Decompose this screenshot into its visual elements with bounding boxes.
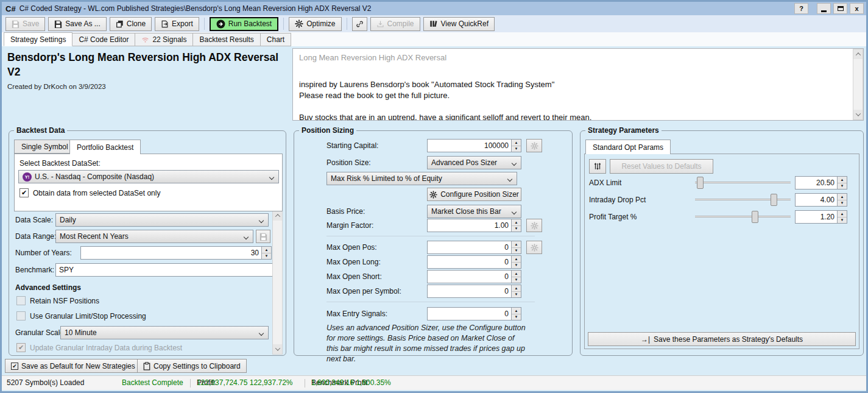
configure-position-sizer-button[interactable]: Configure Position Sizer: [427, 188, 521, 201]
link-button[interactable]: [352, 17, 367, 31]
margin-factor-options-button[interactable]: [526, 219, 542, 232]
scroll-up-icon[interactable]: [853, 49, 863, 59]
reset-values-button[interactable]: Reset Values to Defaults: [610, 159, 713, 174]
backtest-data-scrollbar[interactable]: [272, 210, 283, 355]
scroll-down-icon[interactable]: [273, 344, 282, 354]
slider-thumb[interactable]: [752, 211, 758, 223]
benchmark-input[interactable]: SPY: [55, 263, 273, 277]
tab-signals[interactable]: 22 Signals: [135, 33, 193, 46]
profit-target-slider[interactable]: [695, 211, 791, 223]
minimize-button[interactable]: [817, 3, 831, 14]
tab-code-editor[interactable]: C# Code Editor: [72, 33, 135, 46]
maximize-button[interactable]: [833, 3, 847, 14]
help-button[interactable]: ?: [794, 3, 808, 14]
intraday-drop-input[interactable]: 4.00: [795, 193, 847, 207]
checkbox-unchecked-icon: [16, 296, 26, 305]
max-open-long-input[interactable]: 0: [427, 255, 521, 269]
benchmark-label: Benchmark:: [15, 263, 54, 277]
data-range-combo[interactable]: Most Recent N Years: [55, 230, 253, 243]
pos-sizer-combo[interactable]: Max Risk % Limited to % of Equity: [326, 172, 517, 185]
backtest-data-group: Backtest Data Single Symbol Portfolio Ba…: [9, 130, 286, 356]
starting-capital-options-button[interactable]: [526, 139, 542, 152]
adx-limit-stepper[interactable]: [837, 177, 847, 189]
tab-chart[interactable]: Chart: [261, 33, 291, 46]
retain-nsf-checkbox[interactable]: Retain NSF Positions: [16, 296, 99, 305]
max-open-short-input[interactable]: 0: [427, 270, 521, 283]
param-label: Profit Target %: [589, 210, 637, 224]
adx-limit-input[interactable]: 20.50: [795, 176, 847, 189]
gear-icon: [429, 191, 437, 199]
view-quickref-button[interactable]: View QuickRef: [423, 17, 495, 31]
copy-settings-button[interactable]: Copy Settings to Clipboard: [137, 359, 247, 373]
max-open-short-label: Max Open Short:: [326, 270, 382, 283]
basis-price-combo[interactable]: Market Close this Bar: [427, 205, 521, 218]
max-open-pos-input[interactable]: 0: [427, 241, 521, 254]
intraday-drop-stepper[interactable]: [837, 194, 847, 206]
checkbox-unchecked-icon: [16, 311, 26, 320]
scroll-up-icon[interactable]: [273, 211, 282, 221]
close-button[interactable]: x: [850, 3, 864, 14]
dataset-combo[interactable]: Y! U.S. - Nasdaq - Composite (Nasdaq): [18, 170, 279, 183]
save-as-default-button[interactable]: Save as Default for New Strategies: [5, 359, 141, 373]
optimize-button[interactable]: Optimize: [289, 17, 341, 31]
slider-thumb[interactable]: [697, 177, 704, 189]
save-data-range-button[interactable]: [256, 230, 270, 243]
update-granular-checkbox[interactable]: ✔ Update Granular Intraday Data during B…: [16, 343, 182, 352]
tab-backtest-results[interactable]: Backtest Results: [193, 33, 260, 46]
save-as-icon: [54, 20, 62, 28]
margin-factor-stepper[interactable]: [511, 219, 521, 232]
profit-target-input[interactable]: 1.20: [795, 210, 847, 224]
data-scale-combo[interactable]: Daily: [55, 213, 269, 227]
max-open-long-stepper[interactable]: [511, 256, 521, 268]
run-backtest-button[interactable]: Run Backtest: [210, 17, 278, 31]
position-size-combo[interactable]: Advanced Pos Sizer: [427, 156, 521, 169]
max-open-symbol-input[interactable]: 0: [427, 285, 521, 298]
max-open-pos-options-button[interactable]: [526, 241, 542, 254]
books-icon: [429, 19, 438, 28]
margin-factor-input[interactable]: 1.00: [427, 219, 521, 232]
max-open-short-stepper[interactable]: [511, 271, 521, 283]
starting-capital-stepper[interactable]: [511, 140, 521, 152]
number-of-years-input[interactable]: 30: [80, 246, 272, 260]
basis-price-label: Basis Price:: [326, 205, 365, 218]
tab-portfolio-backtest[interactable]: Portfolio Backtest: [69, 140, 141, 154]
export-button[interactable]: Export: [155, 17, 199, 31]
app-icon: C#: [5, 4, 16, 13]
description-heading: Long Mean Reversion High ADX Reversal: [299, 52, 849, 63]
margin-factor-label: Margin Factor:: [326, 219, 373, 232]
profit-target-stepper[interactable]: [837, 211, 847, 223]
slider-thumb[interactable]: [771, 194, 777, 206]
max-open-symbol-stepper[interactable]: [511, 285, 521, 297]
save-button[interactable]: Save: [5, 17, 45, 31]
tune-parameters-button[interactable]: [589, 159, 606, 174]
clone-button[interactable]: Clone: [110, 17, 152, 31]
strategy-description-editor[interactable]: Long Mean Reversion High ADX Reversal in…: [292, 48, 864, 121]
max-open-pos-stepper[interactable]: [511, 241, 521, 253]
save-parameters-defaults-button[interactable]: →| Save these Parameters as Strategy's D…: [588, 332, 856, 346]
adx-limit-slider[interactable]: [695, 177, 791, 189]
strategy-title: Bensdorp's Long Mean Reversion High ADX …: [7, 50, 284, 79]
dataset-panel: Select Backtest DataSet: Y! U.S. - Nasda…: [14, 154, 283, 211]
max-entry-signals-input[interactable]: 0: [427, 307, 521, 320]
granular-processing-checkbox[interactable]: Use Granular Limit/Stop Processing: [16, 311, 146, 320]
tab-standard-opt-params[interactable]: Standard Opt Params: [585, 140, 671, 154]
granular-scale-combo[interactable]: 10 Minute: [60, 326, 269, 339]
years-stepper[interactable]: [261, 247, 271, 259]
save-as-button[interactable]: Save As ...: [48, 17, 106, 31]
toolbar: Save Save As ... Clone Export Run Backte…: [2, 15, 866, 32]
intraday-drop-slider[interactable]: [695, 194, 791, 206]
divider: [326, 236, 535, 236]
description-scrollbar[interactable]: [853, 49, 863, 120]
scroll-down-icon[interactable]: [853, 110, 863, 119]
save-icon: [12, 20, 19, 28]
max-entry-signals-stepper[interactable]: [511, 308, 521, 320]
slider-track: [695, 182, 791, 183]
max-open-symbol-label: Max Open per Symbol:: [326, 285, 401, 298]
profit-value: 122,937,724.75 122,937.72%: [197, 376, 292, 390]
obtain-dataset-checkbox[interactable]: ✔ Obtain data from selected DataSet only: [19, 188, 160, 197]
compile-button[interactable]: Compile: [370, 17, 420, 31]
tab-single-symbol[interactable]: Single Symbol: [14, 140, 76, 154]
starting-capital-input[interactable]: 100000: [427, 139, 521, 152]
gear-icon: [531, 222, 538, 230]
tab-strategy-settings[interactable]: Strategy Settings: [4, 32, 72, 46]
